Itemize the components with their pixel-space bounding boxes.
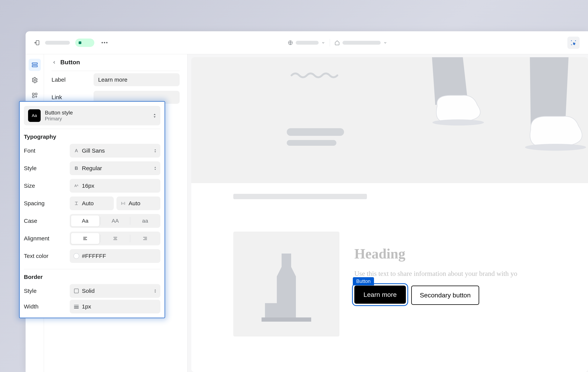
text-color-label: Text color xyxy=(24,253,70,259)
secondary-button[interactable]: Secondary button xyxy=(411,286,479,305)
border-style-label: Style xyxy=(24,288,70,294)
rail-settings-button[interactable] xyxy=(29,74,41,86)
top-right-tools xyxy=(567,37,580,49)
hero-section[interactable] xyxy=(191,57,588,183)
font-value: Gill Sans xyxy=(82,148,105,154)
border-style-value: Solid xyxy=(82,288,95,294)
globe-icon xyxy=(288,40,293,45)
alignment-row: Alignment xyxy=(24,230,160,247)
chevron-left-icon xyxy=(52,60,56,65)
rail-apps-button[interactable] xyxy=(29,89,41,101)
status-badge xyxy=(75,39,94,47)
content-body[interactable]: Use this text to share information about… xyxy=(354,270,588,278)
align-right-icon xyxy=(143,236,147,241)
bottle-icon xyxy=(262,246,311,322)
rail-sections-button[interactable] xyxy=(29,59,41,71)
svg-rect-5 xyxy=(32,93,34,95)
svg-text:A: A xyxy=(122,202,124,205)
border-width-label: Width xyxy=(24,303,70,310)
text-color-input[interactable]: #FFFFFF xyxy=(70,249,160,263)
preview-page[interactable]: Heading Use this text to share informati… xyxy=(191,57,588,372)
letter-spacing-icon: A xyxy=(120,201,126,205)
locale-dropdown[interactable] xyxy=(288,40,325,45)
home-icon xyxy=(335,40,340,45)
label-control-row: Label Learn more xyxy=(52,71,180,89)
hero-illustration xyxy=(424,57,588,179)
select-arrows-icon xyxy=(154,167,157,170)
selected-button-wrap: Button Learn more xyxy=(354,286,406,304)
border-width-row: Width 1px xyxy=(24,300,160,313)
align-right-button[interactable] xyxy=(131,233,159,244)
page-dropdown[interactable] xyxy=(335,40,387,45)
border-width-input[interactable]: 1px xyxy=(70,300,160,313)
exit-editor-icon[interactable] xyxy=(34,40,40,46)
align-center-button[interactable] xyxy=(101,233,129,244)
svg-rect-10 xyxy=(265,303,280,318)
font-row: Font A Gill Sans xyxy=(24,142,160,160)
case-option-titlecase[interactable]: Aa xyxy=(71,215,99,227)
case-option-uppercase[interactable]: AA xyxy=(101,215,129,227)
image-text-section[interactable]: Heading Use this text to share informati… xyxy=(191,199,588,337)
color-swatch-icon xyxy=(74,253,79,259)
style-select[interactable]: B Regular xyxy=(70,161,160,175)
top-bar xyxy=(26,31,588,54)
typography-heading: Typography xyxy=(24,133,160,140)
button-style-panel: Aa Button style Primary Typography Font … xyxy=(19,101,165,318)
border-style-select[interactable]: Solid xyxy=(70,284,160,298)
squiggle-decoration xyxy=(291,70,340,78)
style-swatch-text: Aa xyxy=(32,113,37,118)
line-height-input[interactable]: Auto xyxy=(70,197,114,210)
align-left-button[interactable] xyxy=(71,233,99,244)
select-arrows-icon xyxy=(154,289,157,293)
border-style-row: Style Solid xyxy=(24,282,160,300)
size-input[interactable]: AA 16px xyxy=(70,179,160,193)
style-value: Regular xyxy=(82,165,102,171)
align-center-icon xyxy=(113,236,118,241)
preview-canvas: Heading Use this text to share informati… xyxy=(188,54,588,372)
spacing-row: Spacing Auto A Auto xyxy=(24,195,160,212)
svg-rect-3 xyxy=(32,65,37,67)
case-option-lowercase[interactable]: aa xyxy=(131,215,159,227)
align-left-icon xyxy=(83,236,88,241)
svg-rect-0 xyxy=(36,40,39,45)
font-select[interactable]: A Gill Sans xyxy=(70,144,160,158)
primary-button[interactable]: Learn more xyxy=(354,286,406,304)
style-label: Style xyxy=(24,165,70,171)
content-heading[interactable]: Heading xyxy=(354,246,588,262)
label-input[interactable]: Learn more xyxy=(94,73,180,86)
alignment-segmented-control xyxy=(70,231,160,245)
case-label: Case xyxy=(24,218,70,224)
border-width-value: 1px xyxy=(82,303,91,310)
image-placeholder[interactable] xyxy=(233,231,339,337)
case-row: Case Aa AA aa xyxy=(24,212,160,230)
selection-tag: Button xyxy=(353,277,374,285)
case-segmented-control: Aa AA aa xyxy=(70,214,160,228)
spacing-label: Spacing xyxy=(24,200,70,207)
divider xyxy=(330,39,330,47)
label-control-label: Label xyxy=(52,77,94,83)
svg-rect-6 xyxy=(35,93,37,95)
chevron-down-icon xyxy=(321,41,325,45)
bold-icon: B xyxy=(74,166,79,171)
svg-point-4 xyxy=(34,79,35,81)
more-menu-icon[interactable] xyxy=(102,42,107,43)
sort-arrows-icon xyxy=(153,114,156,118)
size-value: 16px xyxy=(82,182,94,189)
size-row: Size AA 16px xyxy=(24,177,160,195)
border-heading: Border xyxy=(24,274,160,280)
svg-point-9 xyxy=(525,144,586,151)
text-content: Heading Use this text to share informati… xyxy=(354,231,588,337)
inspector-tool-button[interactable] xyxy=(567,37,580,49)
text-color-value: #FFFFFF xyxy=(82,253,106,259)
letter-spacing-input[interactable]: A Auto xyxy=(116,197,161,210)
letter-spacing-value: Auto xyxy=(129,200,140,207)
alignment-label: Alignment xyxy=(24,235,70,242)
font-label: Font xyxy=(24,148,70,154)
top-center-controls xyxy=(288,39,387,47)
back-button[interactable] xyxy=(52,60,57,65)
button-style-selector[interactable]: Aa Button style Primary xyxy=(24,106,160,125)
text-color-row: Text color #FFFFFF xyxy=(24,247,160,265)
hero-text-placeholder xyxy=(287,128,344,146)
chevron-down-icon xyxy=(383,41,387,45)
size-label: Size xyxy=(24,182,70,189)
